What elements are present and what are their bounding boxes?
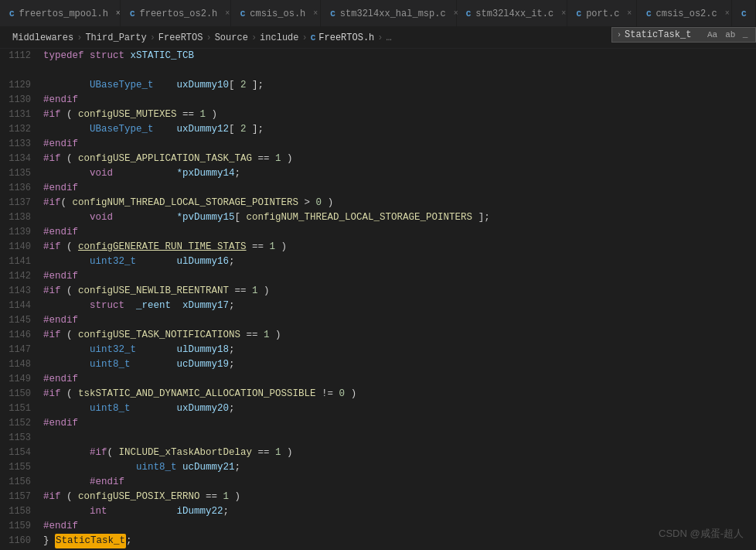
breadcrumb-sep: ›	[150, 32, 155, 43]
code-line-1132: UBaseType_t uxDummy12[ 2 ];	[43, 122, 756, 137]
code-line-gap	[43, 63, 756, 78]
breadcrumb-sep: ›	[206, 32, 211, 43]
tab-close[interactable]: ×	[627, 9, 632, 18]
tab-icon: C	[240, 9, 246, 19]
tab-close[interactable]: ×	[561, 9, 566, 18]
code-line-1153	[43, 431, 756, 446]
tab-icon: C	[9, 9, 15, 19]
code-line-1112: typedef struct xSTATIC_TCB	[43, 49, 756, 63]
tab-stm32-it[interactable]: C stm32l4xx_it.c ×	[457, 0, 567, 27]
code-line-1146: #if ( configUSE_TASK_NOTIFICATIONS == 1 …	[43, 328, 756, 343]
tab-icon: C	[646, 9, 652, 19]
code-area[interactable]: typedef struct xSTATIC_TCB UBaseType_t u…	[37, 49, 756, 550]
tab-label: cmsis_os2.c	[656, 9, 717, 19]
code-line-1136: #endif	[43, 181, 756, 196]
search-regex-btn[interactable]: _	[741, 29, 751, 40]
code-line-1133: #endif	[43, 137, 756, 152]
code-line-1139: #endif	[43, 225, 756, 240]
code-line-1134: #if ( configUSE_APPLICATION_TASK_TAG == …	[43, 152, 756, 166]
search-bar[interactable]: › Aa ab _	[611, 27, 756, 43]
tab-close[interactable]: ×	[225, 9, 230, 18]
code-line-1144: struct _reent xDummy17;	[43, 299, 756, 313]
tab-port[interactable]: C port.c ×	[567, 0, 637, 27]
search-case-btn[interactable]: Aa	[705, 29, 720, 40]
tab-stm32-hal-msp[interactable]: C stm32l4xx_hal_msp.c ×	[321, 0, 457, 27]
code-line-1149: #endif	[43, 372, 756, 387]
search-expand-icon: ›	[617, 31, 621, 39]
code-line-1159: #endif	[43, 519, 756, 534]
code-line-1155: uint8_t ucDummy21;	[43, 460, 756, 475]
tab-cmsis-os[interactable]: C cmsis_os.h ×	[231, 0, 322, 27]
code-line-1151: uint8_t uxDummy20;	[43, 401, 756, 416]
code-line-1138: void *pvDummy15[ configNUM_THREAD_LOCAL_…	[43, 210, 756, 225]
breadcrumb-include[interactable]: include	[260, 32, 298, 43]
code-line-1141: uint32_t ulDummy16;	[43, 255, 756, 269]
line-numbers: 1112 1129 1130 1131 1132 1133 1134 1135 …	[0, 49, 37, 550]
tab-label: stm32l4xx_it.c	[475, 9, 553, 19]
code-line-1150: #if ( tskSTATIC_AND_DYNAMIC_ALLOCATION_P…	[43, 387, 756, 401]
search-input[interactable]	[625, 29, 702, 40]
breadcrumb-third-party[interactable]: Third_Party	[85, 32, 146, 43]
tab-label: stm32l4xx_hal_msp.c	[340, 9, 446, 19]
tab-icon: C	[741, 9, 747, 19]
breadcrumb-c-icon: C	[311, 33, 316, 43]
code-line-1156: #endif	[43, 475, 756, 490]
tab-close[interactable]: ×	[313, 9, 318, 18]
tab-icon: C	[130, 9, 135, 19]
breadcrumb-file[interactable]: FreeRTOS.h	[318, 32, 374, 43]
code-line-1152: #endif	[43, 416, 756, 431]
watermark: CSDN @咸蛋-超人	[659, 527, 744, 541]
tab-bar: C freertos_mpool.h × C freertos_os2.h × …	[0, 0, 756, 27]
breadcrumb-freertos[interactable]: FreeRTOS	[158, 32, 203, 43]
tab-freertos-mpool[interactable]: C freertos_mpool.h ×	[0, 0, 121, 27]
breadcrumb-sep: ›	[251, 32, 257, 43]
breadcrumb-sep: ›	[377, 32, 383, 43]
code-line-1160: } StaticTask_t;	[43, 534, 756, 548]
tab-close[interactable]: ×	[725, 9, 730, 18]
code-line-1131: #if ( configUSE_MUTEXES == 1 )	[43, 108, 756, 122]
code-line-1137: #if( configNUM_THREAD_LOCAL_STORAGE_POIN…	[43, 196, 756, 210]
code-line-1157: #if ( configUSE_POSIX_ERRNO == 1 )	[43, 490, 756, 504]
tab-close[interactable]: ×	[454, 9, 458, 18]
breadcrumb-middlewares[interactable]: Middlewares	[12, 32, 73, 43]
search-word-btn[interactable]: ab	[723, 29, 737, 40]
tab-more[interactable]: C	[732, 0, 756, 27]
breadcrumb-sep: ›	[302, 32, 308, 43]
code-line-1154: #if( INCLUDE_xTaskAbortDelay == 1 )	[43, 446, 756, 460]
code-line-1148: uint8_t ucDummy19;	[43, 357, 756, 372]
breadcrumb-ellipsis: …	[387, 32, 392, 43]
highlight-staticTask: StaticTask_t	[55, 534, 126, 548]
tab-cmsis-os2[interactable]: C cmsis_os2.c ×	[637, 0, 732, 27]
code-line-1130: #endif	[43, 93, 756, 108]
breadcrumb-sep: ›	[77, 32, 82, 43]
code-line-1143: #if ( configUSE_NEWLIB_REENTRANT == 1 )	[43, 284, 756, 299]
editor: 1112 1129 1130 1131 1132 1133 1134 1135 …	[0, 49, 756, 550]
tab-label: port.c	[586, 9, 619, 19]
tab-label: freertos_os2.h	[139, 9, 217, 19]
breadcrumb-source[interactable]: Source	[215, 32, 248, 43]
code-line-1140: #if ( configGENERATE_RUN_TIME_STATS == 1…	[43, 240, 756, 255]
tab-icon: C	[577, 9, 582, 19]
tab-label: freertos_mpool.h	[19, 9, 108, 19]
tab-icon: C	[466, 9, 472, 19]
code-line-1147: uint32_t ulDummy18;	[43, 343, 756, 357]
code-line-1158: int iDummy22;	[43, 504, 756, 519]
tab-freertos-os2[interactable]: C freertos_os2.h ×	[121, 0, 231, 27]
code-line-1135: void *pxDummy14;	[43, 166, 756, 181]
breadcrumb: Middlewares › Third_Party › FreeRTOS › S…	[0, 27, 756, 49]
code-line-1142: #endif	[43, 269, 756, 284]
code-line-1129: UBaseType_t uxDummy10[ 2 ];	[43, 78, 756, 93]
tab-icon: C	[330, 9, 335, 19]
tab-label: cmsis_os.h	[250, 9, 305, 19]
code-line-1145: #endif	[43, 313, 756, 328]
